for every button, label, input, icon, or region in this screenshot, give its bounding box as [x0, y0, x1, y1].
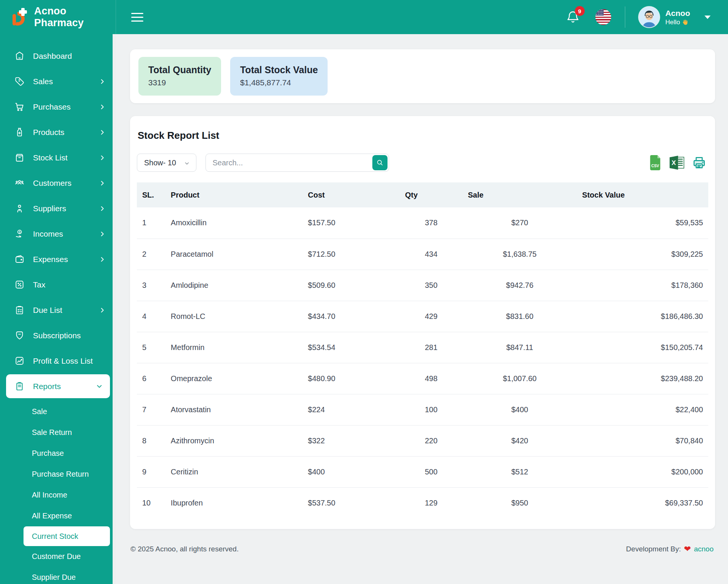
- table-row: 4 Romot-LC $434.70 429 $831.60 $186,486.…: [137, 301, 708, 332]
- submenu-item[interactable]: Customer Due: [0, 546, 116, 567]
- cell-stock-value: $70,840: [577, 425, 708, 456]
- sidebar-item-label: Dashboard: [33, 52, 106, 61]
- sidebar-item-dashboard[interactable]: Dashboard: [0, 43, 116, 69]
- cell-qty: 498: [400, 363, 463, 394]
- language-flag-us[interactable]: [595, 9, 611, 25]
- sidebar-item-expenses[interactable]: Expenses: [0, 246, 116, 272]
- sidebar-item-stock-list[interactable]: Stock List: [0, 145, 116, 170]
- cell-cost: $537.50: [303, 487, 400, 518]
- submenu-item[interactable]: Sale: [0, 401, 116, 422]
- excel-export-icon[interactable]: X: [670, 155, 685, 170]
- header-divider: [625, 6, 625, 28]
- user-menu[interactable]: Acnoo Hello: [639, 7, 711, 27]
- cell-qty: 434: [400, 239, 463, 270]
- show-entries-label: Show- 10: [144, 159, 176, 167]
- coin-hand-icon: $: [14, 229, 25, 239]
- notifications-button[interactable]: 9: [566, 10, 580, 24]
- total-stock-value-card: Total Stock Value $1,485,877.74: [230, 57, 328, 96]
- cell-sale: $400: [463, 394, 577, 425]
- sidebar-item-tax[interactable]: Tax: [0, 272, 116, 297]
- percent-icon: [14, 279, 25, 290]
- chevron-right-icon: [99, 230, 106, 238]
- submenu-item[interactable]: Current Stock: [24, 526, 110, 546]
- sidebar-item-incomes[interactable]: $ Incomes: [0, 221, 116, 246]
- cell-product: Azithromycin: [165, 425, 303, 456]
- sidebar-item-label: Suppliers: [33, 204, 90, 213]
- search-button[interactable]: [372, 155, 388, 170]
- cell-sl: 4: [137, 301, 165, 332]
- acnoo-link[interactable]: acnoo: [694, 545, 714, 553]
- avatar: [639, 7, 659, 27]
- table-row: 6 Omeprazole $480.90 498 $1,007.60 $239,…: [137, 363, 708, 394]
- cell-sl: 2: [137, 239, 165, 270]
- submenu-item[interactable]: Supplier Due: [0, 567, 116, 584]
- cell-sale: $847.11: [463, 332, 577, 363]
- sidebar-item-purchases[interactable]: Purchases: [0, 94, 116, 119]
- sidebar-item-customers[interactable]: Customers: [0, 170, 116, 196]
- col-header-sale: Sale: [463, 182, 577, 207]
- cell-stock-value: $150,205.74: [577, 332, 708, 363]
- cell-stock-value: $59,535: [577, 207, 708, 239]
- chevron-right-icon: [99, 205, 106, 212]
- total-stock-value-value: $1,485,877.74: [240, 78, 318, 87]
- table-body: 1 Amoxicillin $157.50 378 $270 $59,535 2…: [137, 207, 708, 518]
- submenu-item-label: Purchase Return: [32, 470, 89, 479]
- sidebar-item-profit-loss[interactable]: Profit & Loss List: [0, 348, 116, 374]
- waving-hand-icon: [682, 19, 688, 25]
- total-stock-value-title: Total Stock Value: [240, 64, 318, 75]
- price-tag-icon: $: [14, 76, 25, 86]
- stock-report-card: Stock Report List Show- 10: [130, 116, 715, 529]
- search-input[interactable]: [206, 154, 389, 172]
- hamburger-menu-icon[interactable]: [131, 10, 143, 24]
- submenu-item[interactable]: All Income: [0, 485, 116, 506]
- sidebar-menu: Dashboard $ Sales Purchases: [0, 34, 116, 584]
- sidebar-item-subscriptions[interactable]: Subscriptions: [0, 323, 116, 348]
- wallet-icon: [14, 254, 25, 264]
- cell-product: Metformin: [165, 332, 303, 363]
- cell-sale: $270: [463, 207, 577, 239]
- submenu-item[interactable]: All Expense: [0, 506, 116, 526]
- cell-product: Romot-LC: [165, 301, 303, 332]
- report-icon: [14, 381, 25, 391]
- submenu-item[interactable]: Purchase: [0, 443, 116, 464]
- cell-qty: 429: [400, 301, 463, 332]
- submenu-item[interactable]: Sale Return: [0, 422, 116, 443]
- sidebar-item-reports[interactable]: Reports: [6, 374, 110, 398]
- cell-sale: $1,007.60: [463, 363, 577, 394]
- submenu-item[interactable]: Purchase Return: [0, 464, 116, 485]
- svg-text:$: $: [18, 78, 20, 82]
- sidebar-item-sales[interactable]: $ Sales: [0, 69, 116, 94]
- cell-product: Ibuprofen: [165, 487, 303, 518]
- sidebar-item-products[interactable]: Products: [0, 119, 116, 145]
- show-entries-select[interactable]: Show- 10: [137, 154, 196, 172]
- submenu-item-label: Current Stock: [32, 532, 78, 541]
- chevron-right-icon: [99, 256, 106, 263]
- cell-qty: 129: [400, 487, 463, 518]
- total-quantity-card: Total Quantity 3319: [138, 57, 221, 96]
- cell-stock-value: $69,337.50: [577, 487, 708, 518]
- svg-text:CSV: CSV: [651, 164, 659, 168]
- medicine-bottle-icon: [14, 127, 25, 137]
- table-row: 9 Ceritizin $400 500 $512 $200,000: [137, 456, 708, 487]
- sidebar-item-label: Purchases: [33, 102, 90, 111]
- print-icon[interactable]: [692, 155, 707, 170]
- sidebar-item-suppliers[interactable]: Suppliers: [0, 196, 116, 221]
- sidebar-item-due-list[interactable]: Due List: [0, 297, 116, 323]
- sidebar-item-label: Incomes: [33, 229, 90, 239]
- total-quantity-value: 3319: [148, 78, 211, 87]
- heart-icon: ❤: [684, 545, 691, 553]
- cell-qty: 100: [400, 394, 463, 425]
- sidebar-item-label: Products: [33, 128, 90, 137]
- search-icon: [376, 159, 384, 166]
- cell-stock-value: $186,486.30: [577, 301, 708, 332]
- content: Total Quantity 3319 Total Stock Value $1…: [116, 34, 728, 584]
- cell-stock-value: $178,360: [577, 270, 708, 301]
- csv-export-icon[interactable]: CSV: [648, 155, 663, 170]
- page-title: Stock Report List: [137, 130, 708, 141]
- cell-product: Amoxicillin: [165, 207, 303, 239]
- app-root: Acnoo Pharmacy Dashboard $ Sales: [0, 0, 728, 584]
- cell-sl: 5: [137, 332, 165, 363]
- cell-stock-value: $200,000: [577, 456, 708, 487]
- cell-product: Paracetamol: [165, 239, 303, 270]
- user-name: Acnoo: [665, 8, 690, 18]
